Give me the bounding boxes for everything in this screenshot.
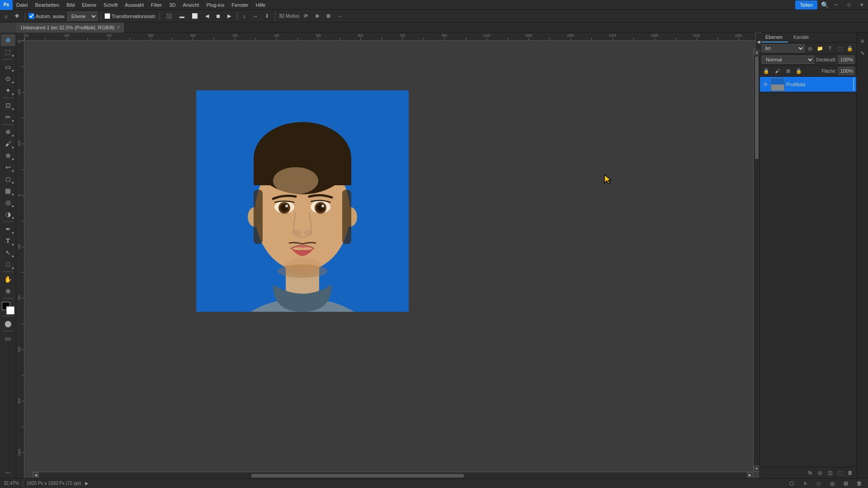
document-tab-close[interactable]: × (117, 23, 120, 33)
hand-tool[interactable]: ✋ (1, 273, 15, 285)
panel-collapse-button[interactable]: ◀ (755, 33, 761, 51)
blur-tool[interactable]: ◎ ▶ (1, 197, 15, 208)
gradient-tool[interactable]: ▦ ▶ (1, 185, 15, 197)
pen-tool[interactable]: ✒ ▶ (1, 223, 15, 235)
lasso-tool[interactable]: ⊙ ▶ (1, 73, 15, 84)
curves-panel-icon[interactable]: ∿ (858, 48, 868, 58)
type-layer-button[interactable]: T (826, 44, 835, 52)
tab-kanale[interactable]: Kanäle (788, 33, 814, 42)
menu-plugins[interactable]: Plug-ins (203, 0, 228, 10)
quick-mask-tool[interactable]: ⬤ (1, 318, 15, 329)
scroll-right-button[interactable]: ▶ (747, 472, 753, 479)
filter-on-button[interactable]: ◎ (806, 44, 815, 52)
fx-button[interactable]: fx (806, 469, 815, 477)
document-tab[interactable]: Unbenannt-1 bei 32,5% (Profilbild, RGB/8… (16, 23, 125, 33)
new-layer-button[interactable]: ⬚ (835, 469, 844, 477)
transform-checkbox[interactable] (104, 13, 110, 19)
align-right-button[interactable]: ▶ (225, 11, 234, 21)
brush-tool[interactable]: 🖌 ▶ (1, 138, 15, 150)
healing-tool[interactable]: ✲ ▶ (1, 126, 15, 138)
h-scrollbar[interactable]: ◀ ▶ (33, 472, 753, 478)
path-select-tool[interactable]: ↖ ▶ (1, 247, 15, 258)
close-button[interactable]: ✕ (855, 0, 868, 10)
more-options-button[interactable]: ··· (335, 11, 344, 21)
auto-select-checkbox[interactable] (28, 13, 34, 19)
mode-3d-pan[interactable]: ⊕ (312, 11, 322, 21)
shape-tool[interactable]: □ ▶ (1, 258, 15, 270)
history-brush-tool[interactable]: ↩ ▶ (1, 161, 15, 173)
home-button[interactable]: ⌂ (2, 11, 10, 21)
align-left-button[interactable]: ◀ (203, 11, 212, 21)
fx-status-icon[interactable]: fx (800, 479, 810, 488)
clone-stamp-tool[interactable]: ⊕ ▶ (1, 150, 15, 161)
h-scroll-track[interactable] (39, 473, 747, 478)
crop-tool[interactable]: ⊡ ▶ (1, 99, 15, 111)
layer-item-profilbild[interactable]: 👁 Profilbild (760, 77, 856, 92)
share-button[interactable]: Teilen (795, 0, 817, 9)
more-tools-button[interactable]: ··· (1, 466, 15, 478)
blend-mode-dropdown[interactable]: Normal Multiply Screen Overlay Dissolve (762, 56, 814, 64)
type-tool[interactable]: T ▶ (1, 235, 15, 247)
align-hcenter-button[interactable]: ◼ (213, 11, 223, 21)
tool-options-button[interactable]: ✥ (12, 11, 22, 21)
artboard-tool[interactable]: ⬚ ▶ (1, 46, 15, 58)
lock-all-button[interactable]: 🔒 (794, 67, 803, 75)
layer-kind-dropdown[interactable]: Ebene Gruppe (67, 12, 98, 21)
mode-3d-icons[interactable]: ⟳ (301, 11, 311, 21)
lock-artboard-button[interactable]: ⊞ (783, 67, 793, 75)
marquee-tool[interactable]: ▭ ▶ (1, 61, 15, 73)
move-tool[interactable]: ✥ (1, 34, 15, 46)
tab-ebenen[interactable]: Ebenen (760, 33, 788, 42)
mode-3d-zoom[interactable]: ⊞ (324, 11, 333, 21)
menu-auswahl[interactable]: Auswahl (121, 0, 147, 10)
distribute-top-button[interactable]: ↕ (241, 11, 249, 21)
v-scrollbar[interactable]: ▲ ▼ (753, 49, 760, 472)
scroll-left-button[interactable]: ◀ (33, 472, 39, 479)
timeline-icon[interactable]: ⬡ (787, 479, 797, 488)
properties-panel-icon[interactable]: ≡ (858, 36, 868, 46)
arrange-status-icon[interactable]: ⊞ (841, 479, 851, 488)
distribute-bottom-button[interactable]: ↔ (250, 11, 260, 21)
align-vcenter-button[interactable]: ▬ (177, 11, 187, 21)
new-layer-status-icon[interactable]: □ (814, 479, 824, 488)
menu-3d[interactable]: 3D (165, 0, 179, 10)
layer-visibility-toggle[interactable]: 👁 (762, 81, 769, 88)
align-bottom-button[interactable]: ⬜ (189, 11, 201, 21)
menu-ebene[interactable]: Ebene (78, 0, 100, 10)
delete-layer-button[interactable]: 🗑 (845, 469, 854, 477)
menu-bearbeiten[interactable]: Bearbeiten (32, 0, 63, 10)
menu-datei[interactable]: Datei (13, 0, 32, 10)
menu-hilfe[interactable]: Hilfe (252, 0, 269, 10)
maximize-button[interactable]: □ (843, 0, 855, 10)
magic-wand-tool[interactable]: ✦ ▶ (1, 84, 15, 96)
eyedropper-tool[interactable]: ✏ ▶ (1, 111, 15, 123)
fill-input[interactable] (838, 67, 854, 75)
minimize-button[interactable]: ─ (830, 0, 843, 10)
canvas-viewport[interactable]: ◀ ▶ ▲ ▼ (24, 41, 760, 478)
mask-status-icon[interactable]: ◎ (827, 479, 837, 488)
new-fill-layer-button[interactable]: ◫ (826, 469, 835, 477)
lock-position-button[interactable]: 🔒 (762, 67, 771, 75)
eraser-tool[interactable]: ◻ ▶ (1, 173, 15, 185)
layer-type-dropdown[interactable]: Art Name Effekte (762, 44, 805, 52)
v-scroll-track[interactable] (754, 55, 760, 465)
distribute-extra-button[interactable]: ⇕ (262, 11, 272, 21)
menu-ansicht[interactable]: Ansicht (179, 0, 203, 10)
menu-fenster[interactable]: Fenster (228, 0, 252, 10)
adjustment-layer-button[interactable]: ⬚ (835, 44, 844, 52)
background-color[interactable] (6, 306, 14, 314)
search-icon-top[interactable]: 🔍 (819, 0, 830, 10)
status-arrow[interactable]: ▶ (85, 481, 89, 486)
new-group-button[interactable]: 📁 (816, 44, 825, 52)
screen-mode-tool[interactable]: ▭ (1, 333, 15, 344)
delete-status-icon[interactable]: 🗑 (854, 479, 864, 488)
scroll-down-button[interactable]: ▼ (754, 465, 760, 472)
lock-layer-button[interactable]: 🔒 (845, 44, 854, 52)
add-mask-button[interactable]: ◎ (816, 469, 825, 477)
v-scroll-thumb[interactable] (755, 56, 759, 159)
opacity-input[interactable] (838, 56, 854, 64)
menu-bild[interactable]: Bild (63, 0, 78, 10)
align-top-button[interactable]: ⬛ (163, 11, 175, 21)
menu-filter[interactable]: Filter (147, 0, 165, 10)
h-scroll-thumb[interactable] (251, 474, 464, 478)
